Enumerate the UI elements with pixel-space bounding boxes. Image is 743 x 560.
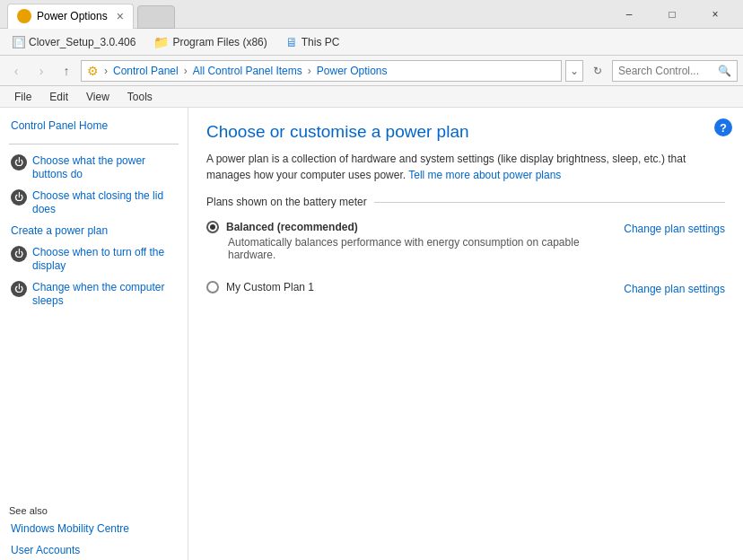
plan-balanced: Balanced (recommended) Automatically bal… <box>206 217 725 265</box>
search-box: 🔍 <box>612 60 738 82</box>
minimize-button[interactable]: – <box>608 0 650 29</box>
power-plans-link[interactable]: Tell me more about power plans <box>408 169 561 181</box>
menu-edit[interactable]: Edit <box>42 89 75 105</box>
plan-balanced-desc: Automatically balances performance with … <box>228 236 624 261</box>
path-icon: ⚙ <box>87 64 99 78</box>
forward-button[interactable]: › <box>31 60 52 82</box>
plan-balanced-radio[interactable] <box>206 221 219 233</box>
plan-balanced-change[interactable]: Change plan settings <box>624 223 725 235</box>
tab-close-button[interactable]: × <box>117 9 124 23</box>
active-tab[interactable]: Power Options × <box>7 4 134 29</box>
address-bar: ‹ › ↑ ⚙ › Control Panel › All Control Pa… <box>0 56 743 86</box>
sidebar-turn-off-display[interactable]: ⏻ Choose when to turn off the display <box>9 243 179 276</box>
plan-balanced-label[interactable]: Balanced (recommended) <box>206 221 624 233</box>
plan-custom: My Custom Plan 1 Change plan settings <box>206 277 725 299</box>
menu-view[interactable]: View <box>79 89 117 105</box>
search-input[interactable] <box>618 65 718 77</box>
path-all-items[interactable]: All Control Panel Items <box>193 65 302 77</box>
monitor-icon: 🖥 <box>285 35 298 49</box>
bookmarks-bar: 📄 Clover_Setup_3.0.406 📁 Program Files (… <box>0 29 743 56</box>
restore-button[interactable]: □ <box>651 0 693 29</box>
bookmark-this-pc-label: This PC <box>302 36 340 48</box>
plan-balanced-name: Balanced (recommended) <box>226 221 358 233</box>
path-dropdown[interactable]: ⌄ <box>565 60 583 82</box>
sidebar-divider <box>9 144 179 144</box>
path-control-panel[interactable]: Control Panel <box>113 65 179 77</box>
power-icon: ⏻ <box>11 154 27 171</box>
sidebar-control-panel-home[interactable]: Control Panel Home <box>9 117 179 136</box>
tab-label: Power Options <box>37 10 108 22</box>
sidebar-windows-mobility[interactable]: Windows Mobility Centre <box>9 520 179 539</box>
page-title: Choose or customise a power plan <box>206 122 725 142</box>
sidebar-create-plan[interactable]: Create a power plan <box>9 222 179 241</box>
title-bar: Power Options × – □ × <box>0 0 743 29</box>
power-icon-2: ⏻ <box>11 189 27 206</box>
plan-custom-name: My Custom Plan 1 <box>226 281 314 293</box>
page-description: A power plan is a collection of hardware… <box>206 151 725 183</box>
power-icon-4: ⏻ <box>11 281 27 297</box>
search-icon[interactable]: 🔍 <box>718 65 731 77</box>
power-icon-3: ⏻ <box>11 246 27 262</box>
sidebar-user-accounts[interactable]: User Accounts <box>9 541 179 560</box>
plans-section-heading: Plans shown on the battery meter <box>206 196 725 208</box>
bookmark-clover-label: Clover_Setup_3.0.406 <box>29 36 135 48</box>
sidebar: Control Panel Home ⏻ Choose what the pow… <box>0 108 188 560</box>
folder-icon: 📁 <box>153 35 169 49</box>
bookmark-program-files[interactable]: 📁 Program Files (x86) <box>148 33 272 51</box>
menu-bar: File Edit View Tools <box>0 86 743 108</box>
up-button[interactable]: ↑ <box>56 60 77 82</box>
file-icon: 📄 <box>13 36 25 48</box>
bookmark-this-pc[interactable]: 🖥 This PC <box>280 33 345 51</box>
plan-custom-label[interactable]: My Custom Plan 1 <box>206 281 624 293</box>
content-area: ? Choose or customise a power plan A pow… <box>188 108 743 560</box>
help-button[interactable]: ? <box>714 118 732 136</box>
sidebar-power-buttons[interactable]: ⏻ Choose what the power buttons do <box>9 152 179 185</box>
plan-custom-change[interactable]: Change plan settings <box>624 283 725 295</box>
window-controls: – □ × <box>608 0 736 29</box>
plan-custom-radio[interactable] <box>206 281 219 293</box>
radio-inner <box>210 224 215 230</box>
back-button[interactable]: ‹ <box>5 60 27 82</box>
refresh-button[interactable]: ↻ <box>587 60 608 82</box>
bookmark-clover[interactable]: 📄 Clover_Setup_3.0.406 <box>7 34 141 50</box>
menu-file[interactable]: File <box>7 89 39 105</box>
main-container: Control Panel Home ⏻ Choose what the pow… <box>0 108 743 560</box>
sidebar-closing-lid[interactable]: ⏻ Choose what closing the lid does <box>9 187 179 220</box>
bookmark-program-files-label: Program Files (x86) <box>172 36 267 48</box>
path-power-options[interactable]: Power Options <box>317 65 388 77</box>
sidebar-computer-sleeps[interactable]: ⏻ Change when the computer sleeps <box>9 278 179 311</box>
close-button[interactable]: × <box>695 0 736 29</box>
address-path: ⚙ › Control Panel › All Control Panel It… <box>81 60 562 82</box>
see-also-title: See also <box>9 505 179 516</box>
menu-tools[interactable]: Tools <box>120 89 160 105</box>
inactive-tab[interactable] <box>137 5 175 29</box>
tab-icon <box>17 9 31 23</box>
